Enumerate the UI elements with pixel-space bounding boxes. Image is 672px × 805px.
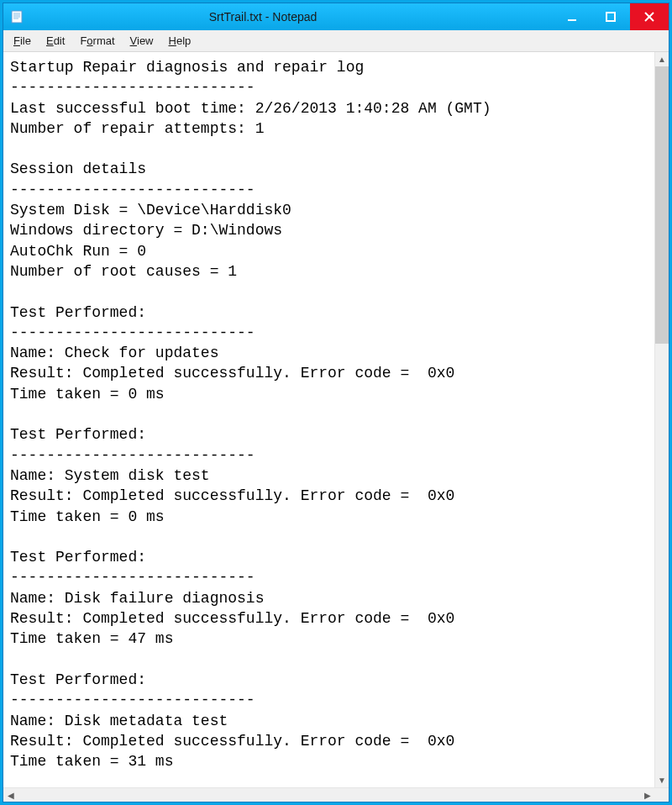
vertical-scroll-track[interactable] (655, 66, 669, 773)
scroll-down-arrow-icon[interactable]: ▼ (655, 773, 669, 787)
text-editor[interactable]: Startup Repair diagnosis and repair log … (3, 52, 654, 787)
horizontal-scrollbar[interactable]: ◀ ▶ (3, 787, 669, 802)
vertical-scrollbar[interactable]: ▲ ▼ (654, 52, 669, 787)
menu-view-label: iew (137, 34, 154, 47)
menubar: File Edit Format View Help (3, 30, 669, 52)
menu-edit[interactable]: Edit (39, 33, 71, 49)
close-button[interactable] (630, 3, 669, 30)
content-area: Startup Repair diagnosis and repair log … (3, 52, 669, 787)
window-controls (553, 3, 669, 30)
menu-format-label: rmat (93, 34, 115, 47)
scroll-right-arrow-icon[interactable]: ▶ (640, 788, 654, 802)
scroll-left-arrow-icon[interactable]: ◀ (3, 788, 18, 802)
menu-format[interactable]: Format (73, 33, 121, 49)
svg-rect-6 (606, 13, 615, 21)
menu-help[interactable]: Help (162, 33, 198, 49)
menu-edit-label: dit (54, 34, 66, 47)
notepad-icon (10, 10, 24, 24)
notepad-window: SrtTrail.txt - Notepad File Edit Format … (3, 3, 669, 802)
minimize-button[interactable] (553, 3, 591, 30)
window-title: SrtTrail.txt - Notepad (24, 10, 502, 24)
scroll-up-arrow-icon[interactable]: ▲ (655, 52, 669, 66)
menu-view[interactable]: View (123, 33, 160, 49)
menu-help-label: elp (176, 34, 191, 47)
menu-file[interactable]: File (7, 33, 38, 49)
vertical-scroll-thumb[interactable] (655, 66, 669, 344)
menu-file-label: ile (20, 34, 31, 47)
horizontal-scroll-track[interactable] (18, 788, 640, 802)
titlebar[interactable]: SrtTrail.txt - Notepad (3, 3, 669, 30)
maximize-button[interactable] (591, 3, 630, 30)
scroll-corner (654, 788, 669, 802)
